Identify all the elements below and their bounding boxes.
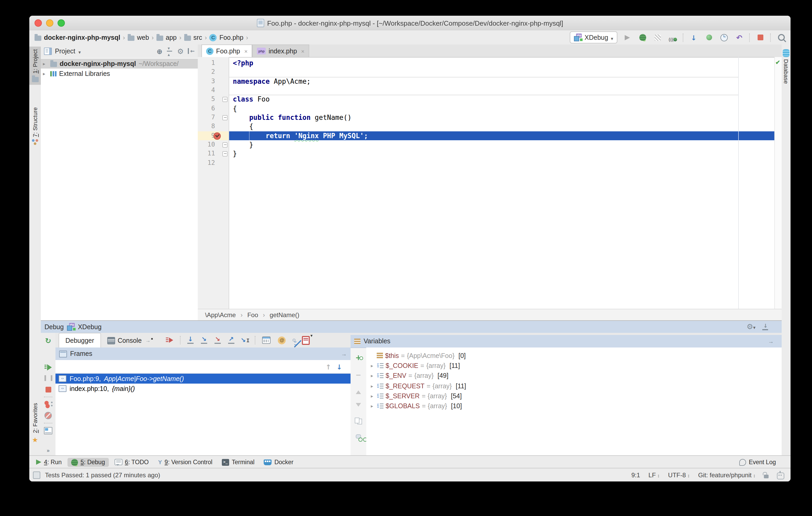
code-line[interactable]: { [229, 104, 775, 113]
tool-window-button-terminal[interactable]: Terminal [218, 458, 258, 466]
gutter-line[interactable]: 2 [198, 68, 229, 77]
breadcrumb-item[interactable]: app [156, 34, 177, 41]
zoom-window-button[interactable] [58, 19, 65, 27]
sidebar-tab-structure[interactable]: 7: Structure [29, 105, 41, 148]
debug-header[interactable]: Debug XDebug [41, 321, 782, 333]
gutter-line[interactable]: 7 [198, 113, 229, 122]
show-watches-button[interactable] [351, 430, 366, 443]
editor-tab-index-php[interactable]: index.php × [253, 45, 309, 57]
restore-layout-button[interactable] [41, 425, 55, 436]
close-icon[interactable]: × [244, 48, 248, 54]
frames-header[interactable]: Frames → [55, 347, 351, 360]
gutter-line[interactable]: 8 [198, 122, 229, 131]
variable-row[interactable]: $this = {App\Acme\Foo} [0] [366, 351, 782, 361]
tool-window-button-docker[interactable]: Docker [260, 458, 297, 466]
gutter-line[interactable]: 9 [198, 131, 229, 140]
event-log-button[interactable]: Event Log [739, 459, 776, 465]
minimize-window-button[interactable] [46, 19, 53, 27]
code-line[interactable]: return 'Nginx PHP MySQL'; [229, 131, 775, 140]
tab-debugger[interactable]: Debugger [59, 333, 101, 347]
tool-window-button-debug[interactable]: 5: Debug [67, 458, 109, 466]
gutter-line[interactable]: 6 [198, 104, 229, 113]
code-line[interactable]: { [229, 122, 775, 131]
code-area[interactable]: <?phpnamespace App\Acme;class Foo{ publi… [229, 57, 775, 309]
remove-watch-button[interactable] [351, 368, 366, 381]
gear-icon[interactable] [747, 323, 753, 331]
fold-marker-icon[interactable] [222, 151, 228, 157]
gutter-line[interactable]: 12 [198, 158, 229, 168]
unlock-icon[interactable] [764, 475, 768, 478]
external-libraries-row[interactable]: ▸ External Libraries [41, 68, 198, 79]
caret-position[interactable]: 9:1 [631, 471, 640, 479]
status-message[interactable]: Tests Passed: 1 passed (27 minutes ago) [45, 471, 160, 479]
view-breakpoints-button[interactable] [41, 399, 55, 410]
variable-row[interactable]: ▸$GLOBALS = {array} [10] [366, 401, 782, 411]
code-line[interactable]: class Foo [229, 95, 775, 104]
sidebar-tab-database[interactable]: Database [782, 47, 790, 86]
step-out-button[interactable]: ↗ [227, 337, 235, 344]
tool-window-button-run[interactable]: 4: Run [32, 458, 65, 466]
variables-header[interactable]: Variables → [351, 335, 782, 348]
add-watch-button[interactable] [351, 351, 366, 364]
chevron-right-icon[interactable]: ▸ [369, 394, 375, 399]
step-into-button[interactable]: ↘ [200, 337, 208, 344]
code-line[interactable]: public function getName() [229, 113, 775, 122]
close-icon[interactable]: × [301, 48, 304, 54]
editor-tab-foo-php[interactable]: Foo.php × [201, 45, 253, 57]
gutter-line[interactable]: 4 [198, 86, 229, 95]
variable-row[interactable]: ▸$_REQUEST = {array} [11] [366, 381, 782, 391]
mute-line-breakpoints-button[interactable] [292, 339, 296, 342]
error-stripe[interactable] [774, 57, 782, 309]
gutter-line[interactable]: 1 [198, 59, 229, 68]
editor-body[interactable]: 123456789101112 <?phpnamespace App\Acme;… [198, 57, 782, 309]
next-frame-icon[interactable] [337, 362, 342, 371]
chevron-right-icon[interactable]: ▸ [369, 403, 375, 409]
restore-layout-button[interactable] [301, 335, 311, 345]
git-branch-select[interactable]: Git: feature/phpunit [698, 471, 755, 479]
fold-marker-icon[interactable] [222, 115, 228, 120]
close-window-button[interactable] [34, 19, 42, 27]
fold-marker-icon[interactable] [222, 97, 228, 102]
hide-panel-icon[interactable] [188, 48, 195, 54]
show-execution-point-button[interactable] [164, 335, 175, 345]
run-with-coverage-button[interactable] [652, 32, 663, 42]
inspections-ok-icon[interactable] [775, 59, 780, 66]
recent-changes-button[interactable] [719, 32, 729, 42]
code-line[interactable] [229, 68, 775, 77]
gear-icon[interactable] [177, 47, 184, 56]
stop-button[interactable] [41, 384, 55, 395]
gutter-line[interactable]: 5 [198, 95, 229, 104]
hide-panel-icon[interactable] [762, 323, 768, 330]
update-project-button[interactable] [689, 32, 699, 42]
tool-window-button-vcs[interactable]: 9: Version Control [154, 458, 216, 466]
editor-breadcrumb-item[interactable]: Foo [247, 311, 258, 318]
editor-breadcrumb-item[interactable]: \App\Acme [205, 311, 236, 318]
gutter-line[interactable]: 3 [198, 77, 229, 86]
collapse-all-icon[interactable] [167, 48, 173, 55]
editor-gutter[interactable]: 123456789101112 [198, 57, 229, 309]
locate-file-icon[interactable] [157, 47, 163, 56]
tab-console[interactable]: Console [101, 333, 159, 347]
force-step-into-button[interactable]: ↘ [213, 337, 222, 344]
code-line[interactable]: } [229, 140, 775, 149]
tool-window-toggle-icon[interactable] [33, 471, 40, 479]
rerun-button[interactable] [41, 335, 55, 346]
chevron-down-icon[interactable] [79, 47, 81, 56]
evaluate-expression-button[interactable] [261, 335, 271, 345]
code-line[interactable] [229, 158, 775, 168]
debug-button[interactable] [637, 32, 648, 42]
variable-row[interactable]: ▸$_COOKIE = {array} [11] [366, 361, 782, 371]
resume-button[interactable] [41, 362, 55, 373]
stop-button[interactable] [755, 32, 765, 42]
sidebar-tab-favorites[interactable]: 2: Favorites [29, 400, 41, 447]
encoding-select[interactable]: UTF-8 [668, 471, 690, 479]
breadcrumb-item[interactable]: src [184, 34, 202, 41]
chevron-right-icon[interactable]: ▸ [369, 363, 375, 368]
move-watch-down-button[interactable] [351, 398, 366, 411]
chevron-right-icon[interactable]: ▸ [369, 373, 375, 378]
listen-php-debug-button[interactable] [668, 32, 678, 42]
variable-row[interactable]: ▸$_SERVER = {array} [54] [366, 391, 782, 401]
breadcrumb-item[interactable]: docker-nginx-php-mysql [34, 34, 120, 41]
pause-button[interactable] [41, 373, 55, 384]
pin-panel-icon[interactable]: → [768, 338, 774, 344]
